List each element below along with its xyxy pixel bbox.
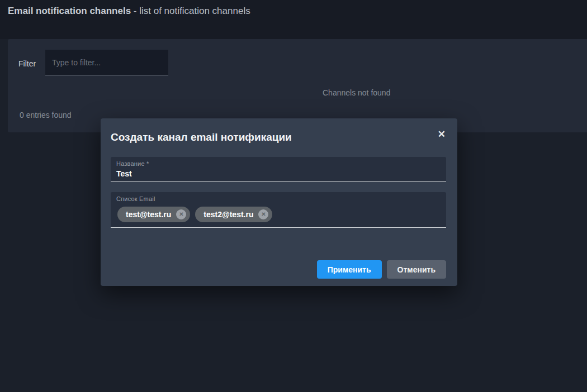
email-chip-text: test2@test.ru	[203, 210, 253, 219]
email-chip: test@test.ru✕	[117, 207, 190, 222]
name-field-label: Название *	[116, 160, 149, 167]
page-header: Email notification channels - list of no…	[0, 0, 587, 39]
filter-input[interactable]	[45, 50, 168, 75]
email-chips: test@test.ru✕ test2@test.ru✕	[117, 207, 272, 222]
page-title: Email notification channels - list of no…	[8, 6, 250, 17]
create-channel-modal: Создать канал email нотификации ✕ Назван…	[101, 118, 457, 286]
empty-message: Channels not found	[323, 88, 390, 97]
entries-count: 0 entries found	[20, 111, 72, 119]
page-title-suffix: - list of notification channels	[131, 6, 250, 16]
filter-label: Filter	[18, 59, 36, 68]
name-field[interactable]: Название *	[111, 157, 446, 182]
apply-button[interactable]: Применить	[317, 260, 382, 279]
remove-email-icon[interactable]: ✕	[176, 209, 186, 219]
email-field-label: Список Email	[116, 195, 155, 202]
close-icon[interactable]: ✕	[438, 130, 446, 139]
remove-email-icon[interactable]: ✕	[258, 209, 268, 219]
modal-actions: Применить Отменить	[317, 260, 446, 279]
email-chip: test2@test.ru✕	[195, 207, 272, 222]
page: Email notification channels - list of no…	[0, 0, 587, 392]
name-input[interactable]	[116, 168, 441, 179]
page-title-main: Email notification channels	[8, 6, 131, 16]
email-list-field[interactable]: Список Email test@test.ru✕ test2@test.ru…	[111, 192, 446, 228]
cancel-button[interactable]: Отменить	[387, 260, 446, 279]
modal-title: Создать канал email нотификации	[111, 131, 292, 144]
email-chip-text: test@test.ru	[126, 210, 171, 219]
